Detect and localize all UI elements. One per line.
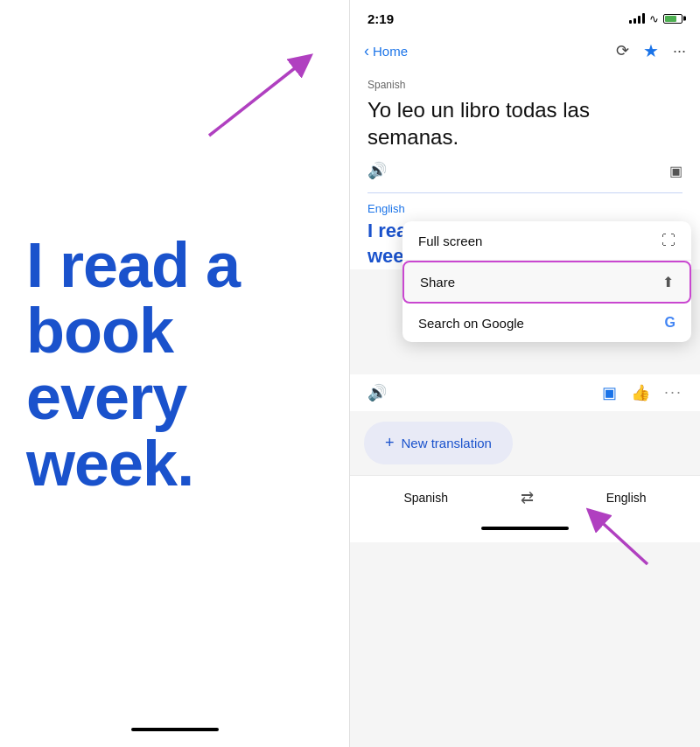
english-lang-label: English xyxy=(368,202,682,215)
spanish-lang-label: Spanish xyxy=(368,79,682,91)
search-google-menu-item[interactable]: Search on Google G xyxy=(402,304,691,342)
share-icon: ⬆ xyxy=(662,274,674,290)
nav-back-button[interactable]: ‹ Home xyxy=(364,42,408,60)
status-icons: ∿ xyxy=(629,12,682,25)
source-lang-spanish[interactable]: Spanish xyxy=(403,491,448,505)
more-options-icon[interactable]: ··· xyxy=(673,42,686,60)
fullscreen-icon: ⛶ xyxy=(662,233,676,248)
nav-bar: ‹ Home ⟳ ★ ··· xyxy=(350,31,700,70)
status-time: 2:19 xyxy=(368,11,394,26)
swap-languages-icon[interactable]: ⇄ xyxy=(521,488,534,507)
svg-line-0 xyxy=(209,61,304,136)
new-translation-label: New translation xyxy=(402,436,492,450)
search-google-label: Search on Google xyxy=(418,316,524,331)
thumbs-up-icon[interactable]: 👍 xyxy=(631,383,650,402)
home-indicator-right xyxy=(350,520,700,542)
spanish-actions-row: 🔊 ▣ xyxy=(368,161,682,180)
nav-home-label: Home xyxy=(373,44,408,59)
spanish-translated-text: Yo leo un libro todas las semanas. xyxy=(368,96,682,150)
star-icon[interactable]: ★ xyxy=(643,40,659,61)
nav-right-actions: ⟳ ★ ··· xyxy=(616,40,686,61)
right-panel: 2:19 ∿ ‹ Home ⟳ ★ ··· Spanish Yo xyxy=(350,0,700,747)
battery-icon xyxy=(663,14,682,24)
history-icon[interactable]: ⟳ xyxy=(616,41,629,60)
english-actions-row: 🔊 ▣ 👍 ··· xyxy=(350,374,700,411)
english-audio-button[interactable]: 🔊 xyxy=(368,383,387,402)
left-panel: I read a book every week. xyxy=(0,0,350,747)
copy-icon[interactable]: ▣ xyxy=(602,383,617,402)
main-text: I read a book every week. xyxy=(26,233,323,497)
new-translation-button[interactable]: + New translation xyxy=(364,422,513,464)
arrow-annotation-top xyxy=(200,52,323,152)
share-label: Share xyxy=(420,275,455,290)
english-section: English I read aweek. Full screen ⛶ Shar… xyxy=(350,193,700,269)
more-actions-icon[interactable]: ··· xyxy=(664,383,682,401)
chevron-left-icon: ‹ xyxy=(364,42,369,60)
home-bar xyxy=(481,527,569,530)
wifi-icon: ∿ xyxy=(649,12,659,25)
context-menu: Full screen ⛶ Share ⬆ Search on Google G xyxy=(402,221,691,342)
home-indicator-left xyxy=(131,728,219,731)
spanish-section: Spanish Yo leo un libro todas las semana… xyxy=(350,70,700,192)
action-icons-group: ▣ 👍 ··· xyxy=(602,383,682,402)
plus-icon: + xyxy=(385,434,395,452)
language-switcher: Spanish ⇄ English xyxy=(350,475,700,520)
share-menu-item[interactable]: Share ⬆ xyxy=(402,261,691,304)
target-lang-english[interactable]: English xyxy=(606,491,647,505)
status-bar: 2:19 ∿ xyxy=(350,0,700,31)
new-translation-section: + New translation xyxy=(350,411,700,475)
fullscreen-label: Full screen xyxy=(418,234,482,248)
signal-bars-icon xyxy=(629,13,645,24)
google-icon: G xyxy=(665,315,676,331)
spanish-audio-button[interactable]: 🔊 xyxy=(368,161,387,180)
spanish-copy-button[interactable]: ▣ xyxy=(669,163,682,179)
fullscreen-menu-item[interactable]: Full screen ⛶ xyxy=(402,221,691,261)
